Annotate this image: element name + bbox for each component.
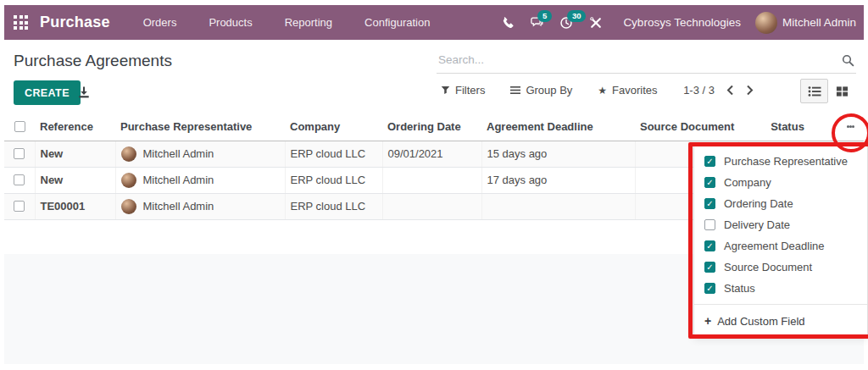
menu-configuration[interactable]: Configuration: [348, 5, 446, 40]
dropdown-item-status[interactable]: Status: [694, 278, 867, 299]
cell-agreement-deadline: 15 days ago: [481, 141, 635, 167]
list-view-button[interactable]: [800, 79, 828, 103]
filters-button[interactable]: Filters: [441, 84, 485, 97]
messages-badge: 5: [537, 10, 551, 22]
checkbox: [704, 262, 715, 273]
cell-agreement-deadline: [481, 193, 635, 219]
app-brand[interactable]: Purchase: [40, 14, 110, 31]
page-title: Purchase Agreements: [14, 52, 172, 70]
filter-icon: [441, 86, 450, 95]
cell-company: ERP cloud LLC: [285, 167, 382, 193]
column-visibility-dropdown: Purchase Representative Company Ordering…: [693, 146, 868, 337]
cell-ordering-date: [382, 193, 481, 219]
dropdown-item-company[interactable]: Company: [694, 172, 867, 193]
column-header-status[interactable]: Status: [738, 113, 837, 141]
search-box: [437, 48, 856, 74]
dropdown-divider: [694, 304, 867, 305]
checkbox: [704, 198, 715, 209]
kanban-view-button[interactable]: [828, 79, 856, 103]
row-checkbox[interactable]: [14, 174, 25, 185]
user-avatar: [755, 12, 777, 34]
group-by-button[interactable]: Group By: [510, 84, 572, 97]
plus-icon: +: [704, 314, 711, 328]
messages-icon[interactable]: 5: [529, 15, 544, 30]
favorites-button[interactable]: ★ Favorites: [598, 84, 657, 97]
cell-ordering-date: 09/01/2021: [382, 141, 481, 167]
column-header-company[interactable]: Company: [285, 113, 382, 141]
pager: 1-3 / 3: [683, 84, 754, 97]
app-window: Purchase Orders Products Reporting Confi…: [4, 5, 864, 364]
dropdown-item-agreement-deadline[interactable]: Agreement Deadline: [694, 235, 867, 257]
main-menu: Orders Products Reporting Configuration: [127, 5, 447, 40]
table-header-row: Reference Purchase Representative Compan…: [4, 113, 864, 141]
rep-avatar: [121, 173, 136, 188]
search-icon[interactable]: [842, 54, 854, 70]
cell-reference: New: [35, 141, 115, 167]
user-menu[interactable]: Mitchell Admin: [755, 12, 856, 34]
activities-badge: 30: [567, 10, 586, 22]
column-header-purchase-representative[interactable]: Purchase Representative: [115, 113, 285, 141]
checkbox: [704, 219, 715, 230]
menu-products[interactable]: Products: [192, 5, 268, 40]
cell-representative: Mitchell Admin: [115, 167, 285, 193]
cell-representative: Mitchell Admin: [115, 141, 285, 167]
navbar-right: 5 30 Cybrosys Technologies Mitchell Admi…: [499, 5, 856, 40]
odoo-purchase-screen: Purchase Orders Products Reporting Confi…: [0, 0, 868, 370]
view-switcher: [800, 79, 856, 103]
checkbox: [704, 177, 715, 188]
create-button[interactable]: CREATE: [14, 80, 81, 105]
list-view-icon: [808, 86, 821, 97]
column-header-agreement-deadline[interactable]: Agreement Deadline: [481, 113, 635, 141]
menu-orders[interactable]: Orders: [127, 5, 193, 40]
add-custom-field-button[interactable]: + Add Custom Field: [694, 309, 867, 333]
column-header-reference[interactable]: Reference: [35, 113, 115, 141]
checkbox: [704, 283, 715, 294]
column-toggle-icon[interactable]: [842, 124, 859, 130]
select-all-checkbox[interactable]: [14, 121, 25, 132]
cell-company: ERP cloud LLC: [285, 141, 382, 167]
group-by-icon: [510, 86, 520, 95]
rep-avatar: [121, 146, 136, 162]
phone-icon[interactable]: [499, 15, 515, 30]
star-icon: ★: [598, 85, 607, 97]
pager-range: 1-3 / 3: [683, 84, 715, 97]
dropdown-item-source-document[interactable]: Source Document: [694, 257, 867, 278]
cell-agreement-deadline: 17 days ago: [481, 167, 635, 193]
company-switcher[interactable]: Cybrosys Technologies: [623, 16, 741, 29]
dropdown-item-purchase-representative[interactable]: Purchase Representative: [694, 151, 867, 172]
cell-reference: TE00001: [35, 193, 115, 219]
dropdown-item-delivery-date[interactable]: Delivery Date: [694, 214, 867, 235]
activities-icon[interactable]: 30: [559, 15, 574, 30]
row-checkbox[interactable]: [14, 148, 25, 159]
checkbox: [704, 240, 715, 251]
kanban-view-icon: [836, 86, 849, 97]
pager-previous-icon[interactable]: [726, 85, 734, 96]
menu-reporting[interactable]: Reporting: [269, 5, 348, 40]
export-download-icon[interactable]: [77, 86, 91, 102]
column-header-source-document[interactable]: Source Document: [635, 113, 738, 141]
rep-avatar: [121, 199, 136, 214]
search-input[interactable]: [437, 48, 822, 71]
checkbox: [704, 156, 715, 167]
cell-company: ERP cloud LLC: [285, 193, 382, 219]
control-panel-tools: Filters Group By ★ Favorites: [441, 84, 658, 97]
pager-next-icon[interactable]: [746, 85, 754, 96]
column-header-ordering-date[interactable]: Ordering Date: [382, 113, 481, 141]
debug-tools-icon[interactable]: [588, 15, 604, 30]
top-navbar: Purchase Orders Products Reporting Confi…: [4, 5, 864, 40]
dropdown-item-ordering-date[interactable]: Ordering Date: [694, 193, 867, 214]
cell-reference: New: [35, 167, 115, 193]
cell-representative: Mitchell Admin: [115, 193, 285, 219]
apps-menu-icon[interactable]: [14, 15, 28, 30]
user-name: Mitchell Admin: [782, 16, 856, 29]
cell-ordering-date: [382, 167, 481, 193]
row-checkbox[interactable]: [14, 201, 25, 212]
